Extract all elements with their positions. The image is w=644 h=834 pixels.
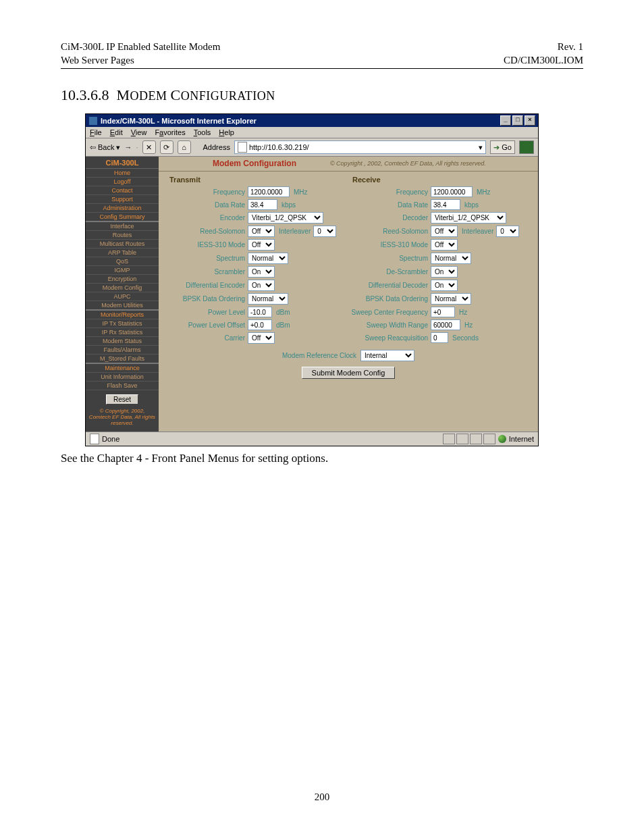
tx-rs-select[interactable]: Off [248,226,275,237]
sidebar-item-flash-save[interactable]: Flash Save [86,382,159,390]
sidebar-item-multicast-routes[interactable]: Multicast Routes [86,240,159,249]
sidebar-copyright: © Copyright, 2002, Comtech EF Data, All … [86,407,159,427]
menu-favorites[interactable]: Favorites [155,128,185,136]
sidebar-item-maintenance[interactable]: Maintenance [86,364,159,373]
sidebar-item-stored-faults[interactable]: M_Stored Faults [86,355,159,364]
window-minimize-button[interactable]: _ [500,115,511,126]
sidebar-item-administration[interactable]: Administration [86,204,159,213]
sidebar-item-config-summary[interactable]: Config Summary [86,213,159,222]
tx-datarate-field[interactable] [248,199,277,210]
transmit-header: Transmit [165,176,348,184]
tx-power-field[interactable] [248,307,272,317]
sidebar-item-igmp[interactable]: IGMP [86,266,159,275]
sidebar-item-modem-config[interactable]: Modem Config [86,284,159,292]
sidebar-item-arp-table[interactable]: ARP Table [86,249,159,257]
rx-descrambler-label: De-Scrambler [348,268,428,276]
header-rev: Rev. 1 [504,41,583,54]
menu-file[interactable]: File [90,128,102,136]
rx-sweep-center-field[interactable] [431,307,455,317]
sidebar: CiM-300L Home Logoff Contact Support Adm… [86,157,159,432]
menu-help[interactable]: Help [219,128,234,136]
home-button[interactable]: ⌂ [178,140,191,154]
tx-iess-select[interactable]: Off [248,239,275,251]
rx-sweep-width-field[interactable] [431,319,460,330]
tx-frequency-field[interactable] [248,186,290,197]
sidebar-item-encryption[interactable]: Encryption [86,275,159,284]
links-button[interactable] [519,140,534,154]
tx-carrier-select[interactable]: Off [248,332,275,344]
page-header: CiM-300L IP Enabled Satellite Modem Web … [61,41,583,69]
tx-rs-label: Reed-Solomon [165,228,245,235]
receive-header: Receive [348,176,531,184]
rx-frequency-field[interactable] [431,186,473,197]
menu-edit[interactable]: Edit [110,128,123,136]
menu-view[interactable]: View [131,128,147,136]
tx-encoder-select[interactable]: Viterbi_1/2_QPSK [248,212,323,224]
rx-spectrum-select[interactable]: Normal [431,253,471,264]
rx-bpsk-select[interactable]: Normal [431,293,471,305]
rx-sweep-width-label: Sweep Width Range [348,321,428,329]
page-icon [238,142,247,153]
figure-caption: See the Chapter 4 - Front Panel Menus fo… [61,452,583,465]
ref-clock-select[interactable]: Internal [360,350,414,361]
tx-bpsk-select[interactable]: Normal [248,293,288,305]
window-title: Index/CiM-300L - Microsoft Internet Expl… [101,117,257,125]
rx-decoder-select[interactable]: Viterbi_1/2_QPSK [431,212,506,224]
stop-button[interactable]: ✕ [142,140,156,154]
sidebar-item-qos[interactable]: QoS [86,257,159,266]
sidebar-item-unit-information[interactable]: Unit Information [86,373,159,382]
globe-icon [498,435,506,443]
tx-carrier-label: Carrier [165,334,245,342]
page-title: Modem Configuration [213,159,296,168]
reset-button[interactable]: Reset [106,394,138,405]
sidebar-item-interface[interactable]: Interface [86,222,159,231]
header-subtitle: Web Server Pages [61,54,220,68]
back-button[interactable]: ⇦ Back ▾ [90,143,120,152]
rx-iess-select[interactable]: Off [431,239,458,251]
menubar: File Edit View Favorites Tools Help [86,127,538,138]
status-text: Done [102,435,119,443]
tx-bpsk-label: BPSK Data Ordering [165,295,245,303]
rx-diff-select[interactable]: On [431,280,458,291]
window-titlebar[interactable]: Index/CiM-300L - Microsoft Internet Expl… [86,114,538,127]
tx-power-offset-field[interactable] [248,319,272,330]
tx-interleaver-select[interactable]: 0 [313,226,336,237]
rx-descrambler-select[interactable]: On [431,266,458,278]
submit-button[interactable]: Submit Modem Config [302,367,396,379]
tx-scrambler-select[interactable]: On [248,266,275,278]
window-close-button[interactable]: × [525,115,535,126]
tx-spectrum-label: Spectrum [165,255,245,262]
forward-button[interactable]: → [124,143,132,151]
rx-datarate-field[interactable] [431,199,460,210]
rx-sweep-center-label: Sweep Center Frequency [348,309,428,316]
rx-rs-select[interactable]: Off [431,226,458,237]
sidebar-item-aupc[interactable]: AUPC [86,292,159,301]
sidebar-item-ip-rx-statistics[interactable]: IP Rx Statistics [86,328,159,337]
browser-window: Index/CiM-300L - Microsoft Internet Expl… [85,113,539,446]
security-zone: Internet [509,435,534,443]
sidebar-item-ip-tx-statistics[interactable]: IP Tx Statistics [86,319,159,328]
sidebar-item-support[interactable]: Support [86,195,159,204]
go-button[interactable]: ➔Go [490,140,515,154]
sidebar-item-modem-utilities[interactable]: Modem Utilities [86,301,159,311]
rx-sweep-reacq-field[interactable] [431,332,448,343]
menu-tools[interactable]: Tools [194,128,211,136]
sidebar-item-faults-alarms[interactable]: Faults/Alarms [86,346,159,355]
tx-diff-select[interactable]: On [248,280,275,291]
sidebar-item-contact[interactable]: Contact [86,186,159,195]
sidebar-item-logoff[interactable]: Logoff [86,178,159,186]
window-maximize-button[interactable]: □ [512,115,523,126]
tx-iess-label: IESS-310 Mode [165,241,245,249]
rx-rs-label: Reed-Solomon [348,228,428,235]
sidebar-item-home[interactable]: Home [86,169,159,178]
tx-spectrum-select[interactable]: Normal [248,253,288,264]
refresh-button[interactable]: ⟳ [160,140,173,154]
rx-bpsk-label: BPSK Data Ordering [348,295,428,303]
rx-interleaver-select[interactable]: 0 [496,226,519,237]
tx-power-offset-label: Power Level Offset [165,321,245,329]
address-field[interactable]: http://10.6.30.219/ ▾ [234,140,486,154]
rx-spectrum-label: Spectrum [348,255,428,262]
sidebar-item-modem-status[interactable]: Modem Status [86,337,159,346]
sidebar-item-monitor-reports[interactable]: Monitor/Reports [86,311,159,319]
sidebar-item-routes[interactable]: Routes [86,231,159,240]
